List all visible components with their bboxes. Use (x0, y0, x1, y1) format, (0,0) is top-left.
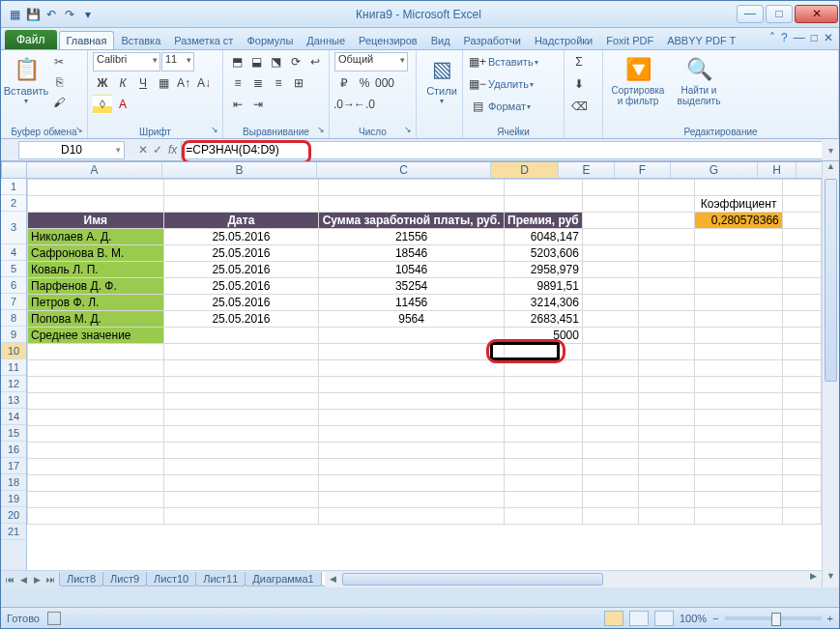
number-launcher-icon[interactable]: ↘ (402, 125, 414, 136)
redo-icon[interactable]: ↷ (62, 7, 77, 22)
delete-cells-label[interactable]: Удалить (488, 78, 529, 90)
row-header-2[interactable]: 2 (1, 195, 26, 212)
scroll-up-icon[interactable]: ▲ (823, 161, 839, 178)
col-header-G[interactable]: G (671, 162, 758, 178)
enter-formula-icon[interactable]: ✓ (153, 143, 162, 157)
scroll-right-icon[interactable]: ▶ (805, 571, 822, 581)
align-launcher-icon[interactable]: ↘ (315, 125, 327, 136)
col-header-C[interactable]: C (317, 162, 491, 178)
vscroll-thumb[interactable] (825, 179, 837, 382)
cut-icon[interactable]: ✂ (49, 52, 69, 71)
row-header-6[interactable]: 6 (1, 277, 26, 294)
font-color-button[interactable]: A (113, 95, 132, 114)
scroll-down-icon[interactable]: ▼ (823, 571, 839, 587)
sort-filter-button[interactable]: 🔽 Сортировка и фильтр (608, 52, 668, 108)
doc-close-icon[interactable]: ✕ (824, 31, 833, 44)
tab-view[interactable]: Вид (424, 32, 457, 49)
tab-formulas[interactable]: Формулы (240, 32, 300, 49)
tab-foxit[interactable]: Foxit PDF (599, 32, 660, 49)
format-cells-label[interactable]: Формат (488, 100, 526, 112)
insert-cells-icon[interactable]: ▦+ (468, 52, 487, 71)
column-headers[interactable]: ABCDEFGH (27, 161, 822, 179)
row-header-4[interactable]: 4 (1, 244, 26, 261)
maximize-button[interactable]: □ (766, 5, 793, 23)
tab-abbyy[interactable]: ABBYY PDF T (660, 32, 742, 49)
zoom-in-button[interactable]: + (827, 613, 833, 624)
view-normal-button[interactable] (604, 611, 623, 626)
horizontal-scrollbar[interactable]: ◀ ▶ (325, 570, 822, 587)
zoom-out-button[interactable]: − (712, 613, 718, 624)
row-header-11[interactable]: 11 (1, 359, 26, 376)
format-cells-icon[interactable]: ▤ (468, 97, 487, 116)
name-box[interactable]: D10 (18, 141, 125, 159)
row-header-19[interactable]: 19 (1, 491, 26, 507)
row-header-17[interactable]: 17 (1, 458, 26, 474)
tab-prev-icon[interactable]: ◀ (17, 575, 30, 585)
delete-cells-icon[interactable]: ▦− (468, 74, 487, 94)
col-header-B[interactable]: B (162, 162, 317, 178)
row-header-15[interactable]: 15 (1, 425, 26, 442)
fill-icon[interactable]: ⬇ (569, 74, 589, 94)
indent-inc-icon[interactable]: ⇥ (248, 95, 268, 114)
shrink-font-icon[interactable]: A↓ (194, 73, 214, 93)
close-button[interactable]: ✕ (795, 5, 838, 23)
sheet-tab-Лист8[interactable]: Лист8 (59, 572, 103, 586)
dec-decimal-icon[interactable]: ←.0 (355, 95, 374, 114)
save-icon[interactable]: 💾 (25, 7, 41, 22)
col-header-D[interactable]: D (491, 162, 559, 178)
paste-button[interactable]: 📋 Вставить ▾ (6, 52, 46, 107)
fx-icon[interactable]: fx (168, 143, 177, 157)
copy-icon[interactable]: ⎘ (49, 72, 69, 92)
currency-icon[interactable]: ₽ (334, 73, 354, 93)
format-painter-icon[interactable]: 🖌 (49, 93, 69, 112)
tab-addins[interactable]: Надстройки (528, 32, 599, 49)
col-header-F[interactable]: F (615, 162, 671, 178)
fill-color-button[interactable]: ◊ (93, 95, 112, 114)
clipboard-launcher-icon[interactable]: ↘ (73, 125, 85, 136)
select-all-corner[interactable] (1, 161, 27, 179)
row-header-3[interactable]: 3 (1, 212, 26, 244)
file-tab[interactable]: Файл (5, 30, 57, 49)
zoom-level[interactable]: 100% (680, 613, 707, 624)
macro-record-icon[interactable] (47, 612, 61, 625)
zoom-slider[interactable] (725, 616, 822, 620)
tab-insert[interactable]: Вставка (114, 32, 167, 49)
cells-viewport[interactable]: КоэффициентИмяДатаСумма заработной платы… (27, 179, 822, 570)
row-header-12[interactable]: 12 (1, 376, 26, 392)
row-header-13[interactable]: 13 (1, 392, 26, 409)
merge-icon[interactable]: ⊞ (289, 73, 308, 93)
tab-home[interactable]: Главная (59, 31, 115, 49)
sheet-tab-Лист11[interactable]: Лист11 (195, 572, 246, 586)
undo-icon[interactable]: ↶ (43, 7, 59, 22)
row-header-14[interactable]: 14 (1, 409, 26, 425)
insert-cells-label[interactable]: Вставить (488, 56, 534, 68)
doc-restore-icon[interactable]: □ (811, 31, 818, 44)
autosum-icon[interactable]: Σ (569, 52, 589, 71)
align-middle-icon[interactable]: ⬓ (247, 52, 266, 71)
font-size-combo[interactable]: 11 (161, 52, 194, 71)
formula-expand-icon[interactable]: ▾ (822, 145, 839, 156)
bold-button[interactable]: Ж (93, 73, 112, 93)
hscroll-thumb[interactable] (342, 573, 603, 586)
font-name-combo[interactable]: Calibri (93, 52, 160, 71)
row-header-8[interactable]: 8 (1, 310, 26, 327)
clear-icon[interactable]: ⌫ (569, 97, 589, 116)
view-page-break-button[interactable] (654, 611, 674, 626)
orientation-icon[interactable]: ⟳ (286, 52, 304, 71)
doc-minimize-icon[interactable]: — (794, 31, 805, 44)
wrap-text-icon[interactable]: ↩ (305, 52, 324, 71)
row-header-20[interactable]: 20 (1, 507, 26, 524)
row-header-1[interactable]: 1 (1, 179, 26, 195)
formula-input[interactable]: =СРЗНАЧ(D4:D9) (181, 141, 822, 159)
row-header-5[interactable]: 5 (1, 261, 26, 277)
row-header-7[interactable]: 7 (1, 294, 26, 310)
sheet-tab-Лист9[interactable]: Лист9 (102, 572, 147, 586)
italic-button[interactable]: К (113, 73, 132, 93)
help-icon[interactable]: ? (781, 31, 788, 44)
col-header-E[interactable]: E (559, 162, 615, 178)
number-format-combo[interactable]: Общий (334, 52, 408, 71)
align-left-icon[interactable]: ≡ (228, 73, 247, 93)
grow-font-icon[interactable]: A↑ (174, 73, 193, 93)
row-headers[interactable]: 123456789101112131415161718192021 (1, 179, 27, 570)
scroll-left-icon[interactable]: ◀ (325, 574, 341, 584)
